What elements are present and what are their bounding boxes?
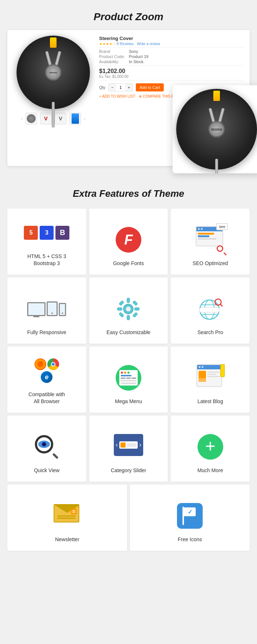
thumb-3[interactable]: V <box>55 113 66 124</box>
svg-point-1 <box>126 307 131 311</box>
gear-icon <box>114 294 143 323</box>
svg-line-17 <box>220 304 222 306</box>
feature-card-responsive: Fully Responsive <box>7 278 86 344</box>
svg-rect-6 <box>119 300 124 306</box>
env-line-2 <box>57 518 76 519</box>
mm-row-3 <box>121 383 136 384</box>
wheel-spoke-3 <box>52 102 55 128</box>
zoom-wheel-center: momo <box>209 121 225 138</box>
catslider-img <box>120 442 126 448</box>
steering-wheel-image: momo <box>17 36 90 109</box>
qty-label: Qty <box>99 85 105 90</box>
mm-dot-yellow <box>124 372 126 374</box>
mm-items-row <box>121 377 136 379</box>
availability-row: Availability: In Stock <box>99 59 244 64</box>
thumb-4[interactable] <box>69 113 81 124</box>
feature-card-free-icons: ✓ Free Icons <box>130 485 250 551</box>
svg-rect-3 <box>127 315 130 320</box>
svg-rect-7 <box>133 300 138 306</box>
thumb-2[interactable]: V <box>40 113 52 124</box>
quickview-icon-wrap <box>33 433 61 461</box>
mm-row-1 <box>121 375 131 376</box>
feature-card-html-css-bootstrap: 5 3 B HTML 5 + CSS 3Bootstrap 3 <box>7 209 86 275</box>
seo-label: SEO Optimized <box>192 260 228 267</box>
feature-card-newsletter: Newsletter <box>7 485 127 551</box>
pupil-dot <box>43 444 45 445</box>
device-phone <box>59 303 66 316</box>
blog-line-1 <box>207 372 220 373</box>
magnifier-handle <box>223 252 227 256</box>
feature-card-quickview: Quick View <box>7 416 86 482</box>
seo-magnifier <box>217 245 227 256</box>
catslider-dot-1 <box>122 458 124 460</box>
device-monitor <box>27 302 46 316</box>
catslider-lines <box>127 444 137 446</box>
availability-value: In Stock <box>129 59 144 64</box>
flag-shape: ✓ <box>182 507 197 525</box>
tablet-dot <box>51 312 53 314</box>
review-count[interactable]: 8 Reviews <box>117 42 134 46</box>
google-fonts-icon: F <box>114 225 143 254</box>
thumb-arrow-right[interactable]: › <box>84 117 85 121</box>
qty-input[interactable] <box>116 84 125 91</box>
product-code-row: Product Code: Product 19 <box>99 54 244 59</box>
blog-icon <box>196 363 225 392</box>
qty-increase-button[interactable]: + <box>125 84 133 91</box>
responsive-devices <box>27 301 66 316</box>
write-review-link[interactable]: Write a review <box>137 42 160 46</box>
magnifier-lens <box>35 435 53 453</box>
blog-text-lines <box>207 371 220 382</box>
catslider-dots <box>122 458 135 460</box>
newsletter-icon <box>53 501 82 531</box>
add-to-cart-button[interactable]: Add to Cart <box>136 83 164 91</box>
seo-bar-2 <box>198 235 210 237</box>
env-line-1 <box>57 515 76 517</box>
pupil <box>42 442 46 446</box>
quantity-box: − + <box>108 83 133 91</box>
monitor-dot-1 <box>198 228 200 230</box>
much-more-circle: + <box>198 434 223 460</box>
qty-decrease-button[interactable]: − <box>109 84 116 91</box>
magnifier-handle-big <box>52 453 58 459</box>
bootstrap-icon: B <box>55 226 69 240</box>
seo-bar-3 <box>198 238 216 240</box>
catslider-line-1 <box>127 444 137 445</box>
google-fonts-label: Google Fonts <box>113 260 144 267</box>
product-code-label: Product Code: <box>99 54 127 59</box>
features-grid: 5 3 B HTML 5 + CSS 3Bootstrap 3 F Google… <box>7 209 250 482</box>
magnifier-big <box>35 435 59 459</box>
eye-shape <box>38 441 50 448</box>
zoom-wheel-strip <box>213 91 220 101</box>
brand-label: Brand: <box>99 49 127 54</box>
extra-features-section: Extra Features of Theme 5 3 B HTML 5 + C… <box>0 173 257 562</box>
product-main-image: momo ‹ V V › <box>13 36 94 124</box>
flag-check: ✓ <box>188 509 192 515</box>
catslider-wrap: ‹ › <box>114 434 143 460</box>
catslider-label: Category Slider <box>111 467 146 474</box>
free-icons-label: Free Icons <box>178 536 202 543</box>
mega-menu-inner <box>119 370 138 386</box>
product-price: $1,202.00 <box>99 68 244 75</box>
css3-icon: 3 <box>40 226 54 240</box>
thumb-1[interactable] <box>25 113 37 124</box>
globe-svg <box>196 295 224 323</box>
zoom-spoke-3 <box>215 159 218 174</box>
catslider-dot-2 <box>126 458 128 460</box>
features-grid-bottom: Newsletter ✓ Free Icons <box>7 485 250 551</box>
svg-rect-5 <box>135 308 140 311</box>
seo-text-badge: seo <box>216 223 228 230</box>
feature-card-blog: Latest Blog <box>171 347 250 413</box>
product-price-tax: Ex Tax: $1,000.00 <box>99 75 244 79</box>
mm-item-2 <box>126 377 131 379</box>
extra-features-title: Extra Features of Theme <box>7 188 250 199</box>
catslider-line-2 <box>127 445 137 446</box>
catslider-content <box>119 441 138 449</box>
gear-svg <box>115 295 142 323</box>
add-to-wishlist-link[interactable]: + ADD TO WISH LIST <box>99 94 135 98</box>
blog-pencil <box>220 364 225 377</box>
thumb-arrow-left[interactable]: ‹ <box>21 117 22 121</box>
mm-dots-row <box>121 372 136 374</box>
availability-label: Availability: <box>99 59 127 64</box>
phone-dot <box>62 312 63 314</box>
chrome-icon <box>47 358 59 370</box>
